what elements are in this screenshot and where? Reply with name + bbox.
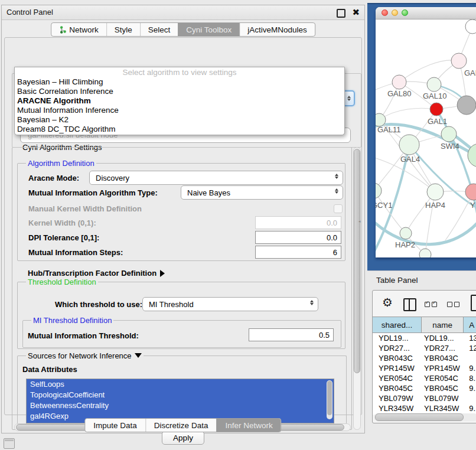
network-node[interactable] — [465, 19, 476, 34]
collapse-down-icon — [135, 353, 142, 358]
close-icon[interactable]: ✖ — [352, 7, 360, 17]
table-row[interactable]: YDR27...YDR27...12 — [373, 343, 476, 353]
table-horizontal-scrollbar[interactable] — [374, 413, 476, 421]
mi-type-label: Mutual Information Algorithm Type: — [28, 188, 158, 197]
deselect-all-checks-icon[interactable] — [447, 302, 459, 307]
gear-icon[interactable]: ⚙ — [382, 295, 393, 309]
table-row[interactable]: YER054CYER054C8. — [373, 373, 476, 383]
algorithm-option[interactable]: Bayesian – Hill Climbing — [15, 77, 344, 87]
network-node-hap2[interactable] — [400, 227, 412, 239]
algorithm-option[interactable]: Dream8 DC_TDC Algorithm — [15, 125, 344, 134]
network-edge[interactable] — [399, 60, 459, 82]
data-attribute-item[interactable]: TopologicalCoefficient — [27, 390, 334, 400]
algorithm-option[interactable]: ARACNE Algorithm — [15, 96, 344, 106]
combo-arrows-icon — [335, 174, 338, 179]
mi-steps-field[interactable] — [255, 246, 341, 259]
control-panel-tabbar: Network Style Select Cyni Toolbox jActiv… — [51, 22, 315, 37]
manual-kernel-checkbox[interactable] — [334, 204, 343, 213]
settings-vertical-scrollbar[interactable] — [353, 147, 361, 430]
network-node[interactable] — [457, 96, 476, 115]
mi-steps-label: Mutual Information Steps: — [28, 248, 123, 257]
column-header-name[interactable]: name — [422, 317, 464, 332]
apply-button[interactable]: Apply — [162, 431, 204, 445]
attributes-scrollbar[interactable] — [327, 380, 332, 419]
data-attributes-list[interactable]: SelfLoopsTopologicalCoefficientBetweenne… — [26, 379, 334, 423]
network-node-gal10[interactable] — [427, 77, 441, 92]
table-cell: 9. — [464, 363, 476, 373]
tab-style[interactable]: Style — [106, 23, 140, 36]
algorithm-option[interactable]: Mutual Information Inference — [15, 106, 344, 115]
network-node-hap4[interactable] — [427, 184, 444, 200]
network-node[interactable] — [419, 249, 431, 257]
mi-threshold-field[interactable] — [249, 328, 334, 341]
tab-cyni-toolbox[interactable]: Cyni Toolbox — [178, 23, 239, 36]
network-node-gal4[interactable] — [399, 135, 419, 155]
network-canvas[interactable]: GALGAL80GAL10GAL1GAL11SWI4GAL4GCY1HAP4YH… — [376, 19, 476, 257]
cyni-algorithm-settings-group: Cyni Algorithm Settings Algorithm Defini… — [12, 147, 352, 430]
network-node-gal80[interactable] — [392, 75, 406, 89]
select-all-checks-icon[interactable] — [425, 302, 437, 307]
expand-right-icon — [160, 270, 165, 277]
table-cell: YBR043C — [422, 353, 464, 363]
mac-close-icon[interactable] — [382, 9, 388, 16]
tab-select[interactable]: Select — [140, 23, 178, 36]
table-row[interactable]: YBL079WYBL079W — [373, 393, 476, 403]
algorithm-definition-group: Algorithm Definition Aracne Mode: Discov… — [17, 163, 345, 261]
network-node-y[interactable] — [465, 184, 476, 200]
mac-zoom-icon[interactable] — [402, 9, 408, 16]
minimized-window-icon[interactable] — [4, 438, 15, 449]
network-node-label: GAL — [464, 69, 476, 77]
network-node-label: GAL80 — [387, 89, 411, 98]
table-cell: YLR345W — [422, 403, 464, 413]
tab-discretize-data[interactable]: Discretize Data — [145, 419, 217, 432]
table-row[interactable]: YDL19...YDL19...13 — [373, 333, 476, 343]
table-row[interactable]: YBR043CYBR043C — [373, 353, 476, 363]
tab-impute-data[interactable]: Impute Data — [85, 419, 145, 432]
tab-infer-network[interactable]: Infer Network — [216, 419, 281, 432]
dpi-tolerance-field[interactable] — [255, 231, 341, 244]
columns-icon[interactable] — [403, 298, 416, 311]
mi-type-combo[interactable]: Naive Bayes — [181, 185, 343, 200]
aracne-mode-combo[interactable]: Discovery — [89, 171, 343, 185]
network-graph: GALGAL80GAL10GAL1GAL11SWI4GAL4GCY1HAP4YH… — [376, 19, 476, 257]
table-function-icon[interactable] — [471, 295, 476, 311]
hub-definition-toggle[interactable]: Hub/Transcription Factor Definition — [28, 269, 165, 278]
network-node-gal[interactable] — [451, 53, 467, 69]
combo-arrows-icon — [335, 188, 338, 194]
network-node-gcy1[interactable] — [376, 183, 382, 198]
network-node-label: GCY1 — [376, 201, 392, 210]
threshold-definition-group: Threshold Definition Which threshold to … — [17, 282, 345, 349]
kernel-width-field[interactable] — [255, 216, 341, 229]
mac-minimize-icon[interactable] — [392, 9, 398, 16]
network-node-gal1[interactable] — [430, 103, 443, 116]
table-row[interactable]: YLR345WYLR345W9. — [373, 403, 476, 413]
which-threshold-combo[interactable]: MI Threshold — [142, 297, 318, 311]
splitter-grip-icon[interactable]: ◂ — [358, 219, 361, 223]
table-cell: 9. — [464, 383, 476, 393]
table-toolbar: ⚙ — [373, 291, 476, 317]
column-header-partial[interactable]: A — [464, 317, 476, 332]
network-window-titlebar[interactable] — [376, 7, 476, 19]
table-cell: YDR27... — [373, 343, 422, 353]
column-header-shared-name[interactable]: shared... — [373, 317, 422, 332]
algorithm-dropdown-popup: Select algorithm to view settings Bayesi… — [14, 67, 345, 135]
network-view-window[interactable]: GALGAL80GAL10GAL1GAL11SWI4GAL4GCY1HAP4YH… — [376, 7, 476, 257]
network-node-swi4[interactable] — [441, 126, 457, 142]
sources-title[interactable]: Sources for Network Inference — [26, 351, 144, 360]
tab-network[interactable]: Network — [51, 23, 106, 36]
control-panel-title: Control Panel — [6, 8, 53, 17]
tab-jactivemnodules[interactable]: jActiveMNodules — [239, 23, 315, 36]
data-attribute-item[interactable]: SelfLoops — [27, 379, 334, 390]
algorithm-option[interactable]: Bayesian – K2 — [15, 115, 344, 125]
control-panel-window: Control Panel ✖ Network Style Select Cyn… — [1, 5, 365, 433]
table-cell: YDL19... — [422, 333, 464, 343]
network-node-gal11[interactable] — [376, 113, 386, 126]
table-row[interactable]: YBR045CYBR045C9. — [373, 383, 476, 393]
network-edge[interactable] — [376, 219, 476, 244]
dpi-tolerance-label: DPI Tolerance [0,1]: — [28, 233, 99, 242]
table-row[interactable]: YPR145WYPR145W9. — [373, 363, 476, 373]
algorithm-option[interactable]: Basic Correlation Inference — [15, 87, 344, 96]
data-attribute-item[interactable]: BetweennessCentrality — [27, 400, 334, 411]
float-window-icon[interactable] — [337, 9, 345, 18]
table-panel-title: Table Panel — [376, 276, 418, 285]
